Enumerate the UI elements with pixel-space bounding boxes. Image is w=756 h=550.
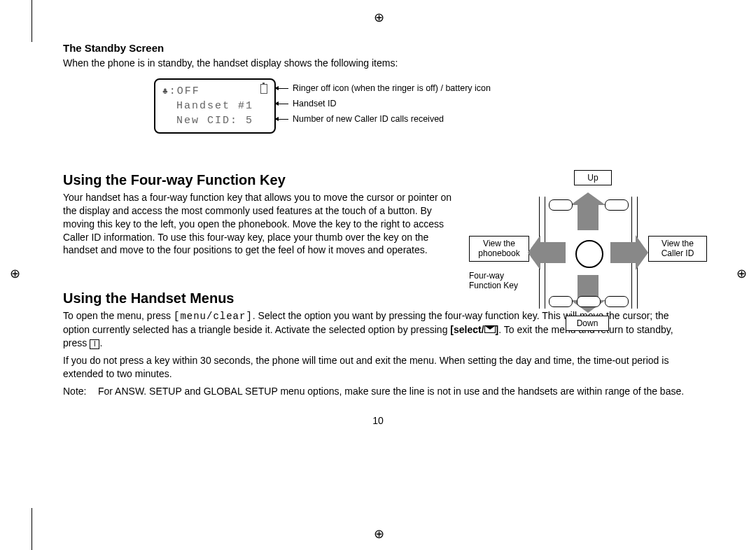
page-content: The Standby Screen When the phone is in … — [63, 42, 693, 426]
registration-mark-top: ⊕ — [374, 10, 384, 25]
key-button — [549, 296, 573, 307]
menu-clear-key: [menu/clear] — [174, 311, 253, 322]
crop-mark — [31, 0, 32, 42]
key-button — [577, 296, 601, 307]
lcd-handset-id: Handset #1 — [162, 99, 267, 113]
registration-mark-left: ⊕ — [10, 266, 20, 281]
note-body: For ANSW. SETUP and GLOBAL SETUP menu op… — [98, 385, 684, 398]
leader-line — [279, 88, 288, 89]
lcd-new-cid: New CID: 5 — [162, 113, 267, 128]
menus-p2: If you do not press a key within 30 seco… — [63, 354, 693, 381]
callout-ringer: Ringer off icon (when the ringer is off)… — [293, 83, 491, 94]
key-button — [605, 296, 629, 307]
crop-mark — [31, 508, 32, 550]
battery-icon — [260, 84, 267, 94]
page-number: 10 — [63, 415, 693, 426]
callout-handset: Handset ID — [293, 99, 337, 109]
registration-mark-bottom: ⊕ — [374, 526, 384, 542]
fourway-label-left: View the phonebook — [469, 236, 529, 262]
fourway-keypad-illustration — [532, 197, 644, 309]
lcd-screen: ♣:OFF Handset #1 New CID: 5 — [154, 78, 276, 134]
lcd-ringer-off: :OFF — [169, 85, 200, 97]
key-button — [605, 199, 629, 211]
key-button — [549, 199, 573, 211]
standby-intro: When the phone is in standby, the handse… — [63, 57, 693, 70]
registration-mark-right: ⊕ — [736, 266, 747, 281]
leader-line — [279, 104, 288, 104]
bell-icon: ♣ — [162, 86, 169, 97]
menus-note: Note: For ANSW. SETUP and GLOBAL SETUP m… — [63, 385, 693, 398]
leader-line — [279, 119, 288, 120]
end-key-icon: I — [90, 339, 99, 349]
fourway-diagram: Up Down View the phonebook View the Call… — [469, 170, 707, 338]
arrow-right-icon — [610, 242, 636, 263]
fourway-label-down: Down — [566, 316, 609, 331]
note-label: Note: — [63, 385, 98, 398]
fourway-body: Your handset has a four-way function key… — [63, 191, 455, 257]
fourway-hub-icon — [575, 240, 603, 268]
arrow-up-icon — [578, 205, 598, 230]
callout-cid: Number of new Caller ID calls received — [293, 114, 444, 125]
arrow-left-icon — [540, 242, 566, 263]
fourway-label-funckey: Four-way Function Key — [469, 271, 532, 291]
fourway-label-right: View the Caller ID — [648, 236, 707, 262]
fourway-label-up: Up — [574, 170, 612, 185]
standby-heading: The Standby Screen — [63, 42, 693, 54]
envelope-icon — [484, 325, 496, 333]
